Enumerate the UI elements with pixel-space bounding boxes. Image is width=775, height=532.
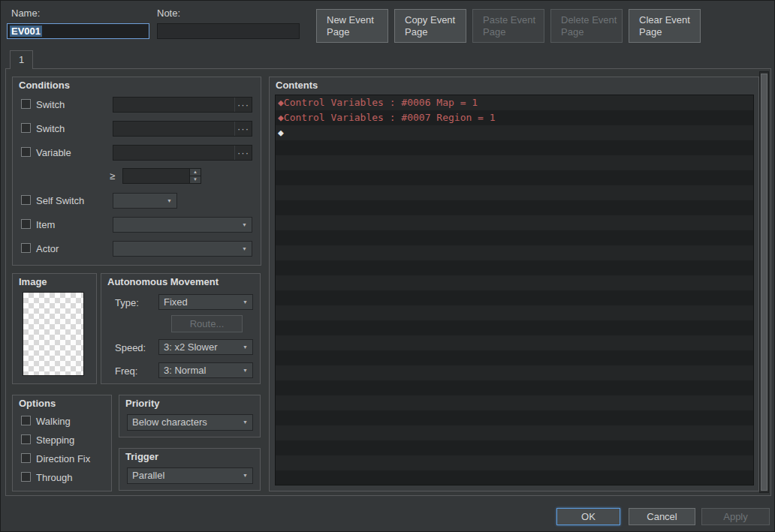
freq-label: Freq:: [115, 365, 137, 377]
speed-label: Speed:: [115, 342, 146, 353]
movement-freq-value: 3: Normal: [164, 363, 206, 377]
trigger-panel: Trigger Parallel ▼: [119, 448, 261, 491]
contents-title: Contents: [276, 80, 318, 91]
variable-field[interactable]: ···: [113, 145, 252, 161]
spin-down-icon[interactable]: ▼: [189, 176, 201, 183]
actor-dropdown[interactable]: ▼: [113, 241, 252, 257]
event-editor-window: Name: EV001 Note: New Event Page Copy Ev…: [0, 0, 775, 532]
chevron-down-icon: ▼: [243, 340, 248, 354]
event-image-picker[interactable]: [23, 292, 84, 376]
image-title: Image: [19, 276, 47, 287]
movement-freq-dropdown[interactable]: 3: Normal ▼: [158, 362, 253, 378]
chevron-down-icon: ▼: [243, 295, 248, 309]
walking-label: Walking: [36, 416, 71, 427]
switch2-field[interactable]: ···: [113, 121, 252, 137]
variable-checkbox[interactable]: [21, 147, 31, 157]
type-label: Type:: [115, 297, 139, 308]
item-label: Item: [36, 219, 55, 230]
new-event-page-button[interactable]: New Event Page: [316, 9, 388, 43]
event-command-line[interactable]: ◆Control Variables : #0006 Map = 1: [276, 95, 753, 110]
paste-event-page-button: Paste Event Page: [472, 9, 544, 43]
item-dropdown[interactable]: ▼: [113, 217, 252, 233]
switch1-checkbox[interactable]: [21, 99, 31, 109]
event-command-line[interactable]: ◆: [276, 125, 753, 140]
switch2-checkbox[interactable]: [21, 123, 31, 133]
note-label: Note:: [157, 8, 180, 19]
actor-checkbox[interactable]: [21, 243, 31, 253]
chevron-down-icon: ▼: [243, 363, 248, 377]
name-label: Name:: [11, 8, 40, 19]
self-switch-dropdown[interactable]: ▼: [113, 193, 177, 209]
conditions-title: Conditions: [19, 80, 70, 91]
chevron-down-icon: ▼: [243, 415, 248, 430]
actor-label: Actor: [36, 243, 59, 254]
switch1-label: Switch: [36, 99, 65, 110]
ellipsis-icon[interactable]: ···: [234, 122, 252, 136]
item-checkbox[interactable]: [21, 219, 31, 229]
priority-dropdown[interactable]: Below characters ▼: [127, 414, 253, 431]
movement-type-dropdown[interactable]: Fixed ▼: [158, 294, 253, 310]
cancel-button[interactable]: Cancel: [629, 508, 695, 525]
name-input-selected-text: EV001: [10, 26, 42, 37]
options-title: Options: [19, 398, 56, 409]
ellipsis-icon[interactable]: ···: [234, 98, 252, 112]
name-input[interactable]: EV001: [7, 23, 149, 39]
conditions-panel: Conditions Switch ··· Switch ··· Variabl…: [12, 77, 261, 266]
apply-button: Apply: [701, 508, 770, 525]
vertical-scrollbar[interactable]: [759, 71, 769, 493]
autonomous-movement-title: Autonomous Movement: [107, 276, 219, 287]
scrollbar-thumb[interactable]: [761, 74, 767, 491]
walking-checkbox[interactable]: [21, 416, 31, 425]
chevron-down-icon: ▼: [167, 194, 172, 208]
movement-type-value: Fixed: [164, 295, 188, 309]
chevron-down-icon: ▼: [242, 242, 247, 256]
switch1-field[interactable]: ···: [113, 97, 252, 113]
clear-event-page-button[interactable]: Clear Event Page: [629, 9, 701, 43]
through-label: Through: [36, 472, 72, 483]
delete-event-page-button: Delete Event Page: [550, 9, 623, 43]
priority-panel: Priority Below characters ▼: [119, 395, 261, 437]
self-switch-label: Self Switch: [36, 195, 84, 206]
spin-up-icon[interactable]: ▲: [189, 169, 201, 176]
through-checkbox[interactable]: [21, 472, 31, 482]
event-command-line[interactable]: ◆Control Variables : #0007 Region = 1: [276, 110, 753, 125]
direction-fix-checkbox[interactable]: [21, 453, 31, 463]
priority-title: Priority: [125, 398, 160, 409]
switch2-label: Switch: [36, 123, 65, 134]
note-input[interactable]: [157, 23, 300, 39]
chevron-down-icon: ▼: [243, 468, 248, 483]
event-page-tab-1[interactable]: 1: [10, 50, 33, 69]
autonomous-movement-panel: Autonomous Movement Type: Fixed ▼ Route.…: [101, 273, 261, 384]
movement-speed-dropdown[interactable]: 3: x2 Slower ▼: [158, 339, 253, 355]
event-page-frame: Conditions Switch ··· Switch ··· Variabl…: [5, 68, 771, 496]
trigger-value: Parallel: [132, 468, 164, 483]
options-panel: Options Walking Stepping Direction Fix T…: [12, 395, 112, 491]
ok-button[interactable]: OK: [556, 508, 620, 525]
chevron-down-icon: ▼: [242, 218, 247, 232]
contents-list[interactable]: ◆Control Variables : #0006 Map = 1 ◆Cont…: [275, 95, 754, 485]
ellipsis-icon[interactable]: ···: [234, 146, 252, 160]
variable-operator-label: ≥: [110, 170, 115, 182]
self-switch-checkbox[interactable]: [21, 195, 31, 205]
copy-event-page-button[interactable]: Copy Event Page: [394, 9, 466, 43]
priority-value: Below characters: [132, 415, 207, 430]
stepping-label: Stepping: [36, 434, 74, 446]
movement-speed-value: 3: x2 Slower: [164, 340, 218, 354]
route-button: Route...: [171, 315, 243, 332]
image-panel: Image: [12, 273, 97, 384]
trigger-dropdown[interactable]: Parallel ▼: [127, 467, 253, 484]
variable-amount-spinner[interactable]: ▲ ▼: [122, 168, 201, 184]
stepping-checkbox[interactable]: [21, 434, 31, 444]
direction-fix-label: Direction Fix: [36, 453, 90, 464]
trigger-title: Trigger: [125, 451, 158, 462]
contents-panel: Contents ◆Control Variables : #0006 Map …: [269, 77, 759, 491]
variable-label: Variable: [36, 147, 71, 158]
